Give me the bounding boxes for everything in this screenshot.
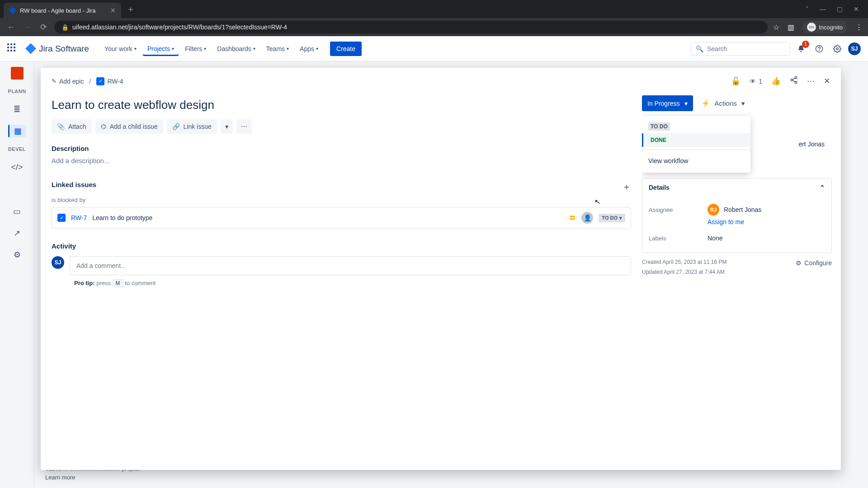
linked-issue-summary: Learn to do prototype [92,214,563,221]
current-user-avatar: SJ [52,256,64,269]
status-row: In Progress ▾ ⚡ Actions ▾ TO DO DONE Vie… [642,95,832,111]
nav-dashboards[interactable]: Dashboards▾ [212,42,260,56]
task-type-icon: ✓ [57,214,66,222]
assign-to-me-link[interactable]: Assign to me [708,218,825,225]
linked-status-dropdown[interactable]: TO DO ▾ [599,214,625,222]
pro-tip: Pro tip: press M to comment [74,280,631,286]
unassigned-avatar: 👤 [581,212,593,224]
profile-avatar[interactable]: SJ [848,42,861,55]
more-content-button[interactable]: ⋯ [236,119,252,134]
svg-line-7 [793,78,795,80]
jira-header: Jira Software Your work▾ Projects▾ Filte… [0,36,868,61]
url-field[interactable]: 🔒 uifeed.atlassian.net/jira/software/pro… [54,21,768,33]
extensions-icon[interactable]: ▥ [788,23,794,32]
link-icon: 🔗 [172,123,180,130]
forward-button[interactable]: → [22,23,33,32]
configure-button[interactable]: ⚙ Configure [796,258,832,269]
bookmark-icon[interactable]: ☆ [773,23,779,32]
board-icon[interactable]: ▦ [8,125,26,137]
like-icon[interactable]: 👍 [771,76,781,86]
notification-badge: 1 [802,41,809,48]
chevron-down-icon: ▾ [134,46,137,51]
shortcut-icon[interactable]: ↗ [11,227,24,239]
add-epic-link[interactable]: ✎ Add epic [52,78,84,85]
learn-more-link[interactable]: Learn more [45,474,140,481]
nav-filters[interactable]: Filters▾ [180,42,211,56]
new-tab-button[interactable]: ＋ [127,4,135,14]
labels-field[interactable]: Labels None [649,230,825,246]
code-icon[interactable]: </> [11,161,24,174]
search-input[interactable]: 🔍 Search [691,42,790,56]
back-button[interactable]: ← [5,23,16,32]
url-text: uifeed.atlassian.net/jira/software/proje… [72,23,287,31]
settings-icon[interactable] [830,42,844,56]
link-issue-button[interactable]: 🔗 Link issue [167,119,217,134]
details-panel-header[interactable]: Details ⌃ [642,178,831,197]
linked-issue-key: RW-7 [71,214,87,221]
labels-label: Labels [649,235,708,242]
notifications-icon[interactable]: 1 [794,42,808,56]
browser-tab[interactable]: RW board - Agile board - Jira ✕ [4,3,121,18]
browser-menu-icon[interactable]: ⋮ [855,23,863,32]
create-button[interactable]: Create [330,42,362,56]
assignee-field[interactable]: Assignee RJ Robert Jonas [649,199,825,220]
modal-content: Learn to create webflow design 📎 Attach … [41,91,841,470]
status-option-done[interactable]: DONE [642,133,750,147]
description-field[interactable]: Add a description... [52,157,631,164]
tab-title: RW board - Agile board - Jira [20,7,107,14]
assignee-value: RJ Robert Jonas [708,204,761,216]
status-dropdown-button[interactable]: In Progress ▾ [642,95,693,111]
chevron-down-icon: ▾ [225,123,228,130]
updated-timestamp: Updated April 27, 2023 at 7:44 AM [642,267,726,277]
svg-point-1 [819,50,820,51]
chevron-down-icon: ▾ [619,215,622,221]
comment-input[interactable]: Add a comment... [70,256,631,275]
svg-point-2 [836,47,839,50]
search-icon: 🔍 [696,45,703,52]
assignee-avatar: RJ [708,204,719,216]
tab-close-icon[interactable]: ✕ [110,7,116,14]
watch-button[interactable]: 👁 1 [750,78,762,85]
nav-teams[interactable]: Teams▾ [262,42,293,56]
close-window-button[interactable]: ✕ [854,5,859,13]
view-workflow-link[interactable]: View workflow [642,153,750,169]
minimize-button[interactable]: ― [820,5,826,13]
more-actions-icon[interactable]: ⋯ [807,76,815,86]
help-icon[interactable] [812,42,826,56]
chevron-down-icon: ▾ [684,100,688,107]
issue-key-link[interactable]: ✓ RW-4 [96,77,123,85]
modal-header-actions: 🔓 👁 1 👍 ⋯ ✕ [731,76,830,86]
modal-header: ✎ Add epic / ✓ RW-4 🔓 👁 1 👍 ⋯ ✕ [41,68,841,91]
close-modal-icon[interactable]: ✕ [824,76,830,86]
modal-left-column: Learn to create webflow design 📎 Attach … [41,91,642,470]
share-icon[interactable] [790,76,798,86]
jira-logo[interactable]: Jira Software [25,43,89,54]
link-dropdown-button[interactable]: ▾ [221,119,233,134]
linked-issue-card[interactable]: ✓ RW-7 Learn to do prototype 〓 👤 TO DO ▾ [52,207,631,229]
timeline-icon[interactable]: ≣ [11,103,24,116]
status-option-todo[interactable]: TO DO [642,120,750,133]
attach-button[interactable]: 📎 Attach [52,119,92,134]
add-child-issue-button[interactable]: ⌬ Add a child issue [95,119,163,134]
comment-row: SJ Add a comment... [52,256,631,275]
chevron-down-icon: ▾ [253,46,255,51]
issue-title[interactable]: Learn to create webflow design [52,95,631,119]
chevron-down-icon: ▾ [287,46,289,51]
app-switcher-icon[interactable] [7,43,18,54]
nav-apps[interactable]: Apps▾ [295,42,323,56]
nav-projects[interactable]: Projects▾ [143,42,179,56]
add-link-icon[interactable]: ＋ [622,181,631,193]
sidebar-label-development: DEVEL [8,146,26,152]
nav-your-work[interactable]: Your work▾ [100,42,141,56]
incognito-badge[interactable]: 👓 Incognito [802,21,847,33]
chevron-up-icon: ⌃ [820,184,825,191]
project-settings-icon[interactable]: ⚙ [11,249,24,261]
project-icon[interactable] [11,67,24,80]
actions-menu-button[interactable]: ⚡ Actions ▾ [699,95,747,111]
maximize-button[interactable]: ▢ [837,5,843,13]
reload-button[interactable]: ⟳ [38,22,49,32]
unlock-icon[interactable]: 🔓 [731,76,741,86]
pages-icon[interactable]: ▭ [11,205,24,218]
dots-icon: ⋯ [241,123,247,130]
chevron-down-icon[interactable]: ˅ [806,5,809,13]
